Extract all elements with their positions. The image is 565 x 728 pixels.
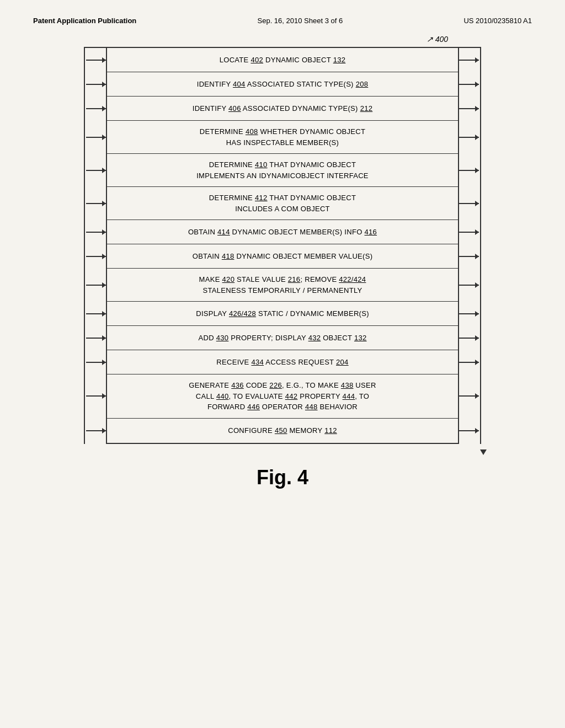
arrow-in-box8: [86, 256, 106, 257]
flowchart-area: ↗ 400 LOCATE 402 DYNAMIC OBJECT 132IDENT…: [106, 47, 459, 444]
arrow-in-box11: [86, 338, 106, 339]
header-publication: Patent Application Publication: [33, 17, 136, 25]
arrow-out-box13: [459, 395, 479, 397]
flow-box-box5: DETERMINE 410 THAT DYNAMIC OBJECTIMPLEME…: [107, 154, 458, 187]
flow-box-box7: OBTAIN 414 DYNAMIC OBJECT MEMBER(S) INFO…: [107, 220, 458, 244]
arrow-out-box11: [459, 338, 479, 339]
arrow-out-box9: [459, 285, 479, 286]
flow-box-box10: DISPLAY 426/428 STATIC / DYNAMIC MEMBER(…: [107, 302, 458, 326]
arrow-in-box10: [86, 313, 106, 314]
bottom-right-arrow: [480, 449, 487, 455]
flow-box-box8: OBTAIN 418 DYNAMIC OBJECT MEMBER VALUE(S…: [107, 244, 458, 269]
left-outer-line: [84, 47, 85, 444]
arrow-out-box5: [459, 170, 479, 171]
arrow-in-box3: [86, 108, 106, 109]
arrow-out-box7: [459, 232, 479, 233]
page-header: Patent Application Publication Sep. 16, …: [33, 17, 532, 25]
flow-box-box12: RECEIVE 434 ACCESS REQUEST 204: [107, 350, 458, 374]
flow-box-box14: CONFIGURE 450 MEMORY 112: [107, 419, 458, 443]
page: Patent Application Publication Sep. 16, …: [0, 0, 565, 728]
arrow-in-box7: [86, 232, 106, 233]
arrow-in-box5: [86, 170, 106, 171]
figure-label: Fig. 4: [33, 466, 532, 489]
flow-box-box13: GENERATE 436 CODE 226, E.G., TO MAKE 438…: [107, 374, 458, 419]
flow-box-box1: LOCATE 402 DYNAMIC OBJECT 132: [107, 48, 458, 72]
arrow-in-box1: [86, 60, 106, 61]
arrow-out-box4: [459, 137, 479, 138]
arrow-in-box9: [86, 285, 106, 286]
arrow-out-box1: [459, 60, 479, 61]
right-outer-line: [480, 47, 481, 444]
flow-box-box6: DETERMINE 412 THAT DYNAMIC OBJECTINCLUDE…: [107, 187, 458, 220]
arrow-in-box14: [86, 430, 106, 431]
flowchart: LOCATE 402 DYNAMIC OBJECT 132IDENTIFY 40…: [106, 47, 459, 444]
diagram-label-400: ↗ 400: [427, 35, 448, 44]
flow-box-box3: IDENTIFY 406 ASSOCIATED DYNAMIC TYPE(S) …: [107, 97, 458, 121]
header-date-sheet: Sep. 16, 2010 Sheet 3 of 6: [258, 17, 343, 25]
diagram-container: ↗ 400 LOCATE 402 DYNAMIC OBJECT 132IDENT…: [33, 47, 532, 444]
arrow-out-box14: [459, 430, 479, 431]
flow-box-box2: IDENTIFY 404 ASSOCIATED STATIC TYPE(S) 2…: [107, 72, 458, 97]
arrow-out-box2: [459, 84, 479, 85]
header-patent-number: US 2010/0235810 A1: [463, 17, 532, 25]
arrow-out-box8: [459, 256, 479, 257]
arrow-in-box13: [86, 395, 106, 397]
flow-box-box9: MAKE 420 STALE VALUE 216; REMOVE 422/424…: [107, 269, 458, 302]
arrow-in-box2: [86, 84, 106, 85]
flow-box-box11: ADD 430 PROPERTY; DISPLAY 432 OBJECT 132: [107, 326, 458, 350]
arrow-out-box3: [459, 108, 479, 109]
arrow-out-box12: [459, 362, 479, 363]
arrow-in-box4: [86, 137, 106, 138]
arrow-out-box6: [459, 203, 479, 204]
arrow-in-box12: [86, 362, 106, 363]
arrow-out-box10: [459, 313, 479, 314]
flow-box-box4: DETERMINE 408 WHETHER DYNAMIC OBJECTHAS …: [107, 121, 458, 154]
arrow-in-box6: [86, 203, 106, 204]
